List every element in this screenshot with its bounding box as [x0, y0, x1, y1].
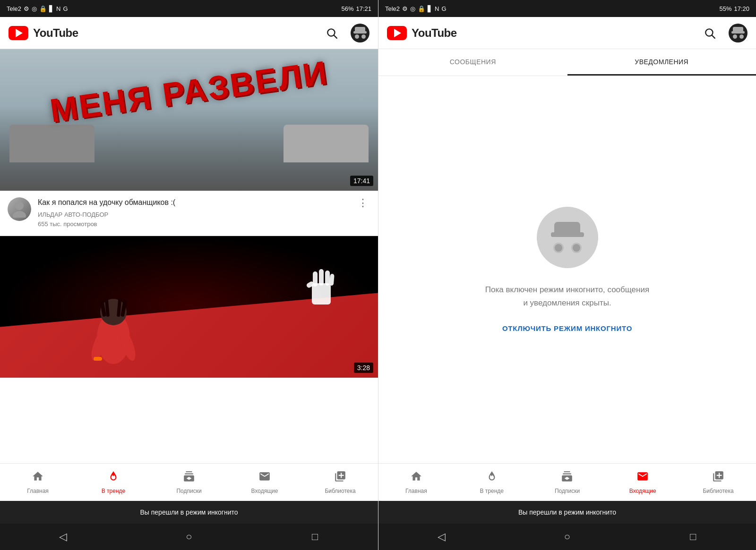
vpn-icon: 🔒: [39, 5, 47, 12]
search-icon-right: [704, 27, 716, 39]
search-button-right[interactable]: [700, 24, 719, 42]
home-button-right[interactable]: ○: [553, 527, 581, 546]
nav-home-left[interactable]: Главная: [0, 464, 76, 501]
signal-bars-right: ▋: [428, 5, 432, 12]
nav-trending-label-left: В тренде: [102, 488, 125, 494]
channel-avatar-1[interactable]: [8, 197, 31, 221]
incognito-avatar-icon: [355, 27, 366, 39]
recents-button-right[interactable]: □: [679, 527, 707, 546]
nav-library-right[interactable]: Библиотека: [680, 464, 756, 501]
big-incog-figure: [549, 219, 586, 256]
g-icon-right: G: [441, 5, 446, 12]
system-nav-right: ◁ ○ □: [378, 524, 756, 550]
carrier-left: Tele2: [7, 5, 21, 12]
trending-icon-right: [486, 470, 498, 485]
nav-trending-left[interactable]: В тренде: [76, 464, 151, 501]
incognito-toast-right: Вы перешли в режим инкогнито: [378, 501, 756, 524]
video-2-duration: 3:28: [354, 363, 373, 373]
big-eyes-container: [553, 243, 582, 253]
video-2-thumb[interactable]: 3:28: [0, 236, 378, 378]
nav-home-label-right: Главная: [405, 488, 427, 494]
video-1-text: Как я попался на удочку обманщиков :( ИЛ…: [38, 197, 349, 228]
bt-icon: ⚙: [24, 5, 29, 12]
nav-inbox-left[interactable]: Входящие: [227, 464, 302, 501]
figure-icon: [85, 291, 142, 366]
youtube-logo-icon-right[interactable]: [387, 26, 407, 40]
svg-line-1: [334, 35, 337, 38]
top-bar-right: YouTube: [378, 17, 756, 49]
video-1-image: МЕНЯ РАЗВЕЛИ: [0, 49, 378, 191]
content-scroll-left[interactable]: МЕНЯ РАЗВЕЛИ 17:41 Как я попался на удоч…: [0, 49, 378, 463]
nav-subs-label-left: Подписки: [176, 488, 201, 494]
subscriptions-icon-left: [183, 470, 195, 485]
skeleton-hand-icon: [302, 260, 340, 307]
svg-point-2: [15, 202, 24, 210]
wifi-icon: ◎: [32, 5, 37, 12]
bottom-nav-left: Главная В тренде Подписки Входящие Библи…: [0, 463, 378, 501]
svg-point-3: [13, 211, 26, 218]
account-button-left[interactable]: [351, 24, 369, 42]
carrier-right: Tele2: [385, 5, 400, 12]
right-panel: Tele2 ⚙ ◎ 🔒 ▋ N G 55% 17:20 YouTube: [378, 0, 756, 550]
content-bottom-padding: [0, 378, 378, 387]
home-icon-right: [410, 470, 422, 485]
subscriptions-icon-right: [561, 470, 573, 485]
big-hat-brim: [551, 232, 584, 237]
tab-notifications[interactable]: УВЕДОМЛЕНИЯ: [567, 49, 756, 76]
status-left-info: Tele2 ⚙ ◎ 🔒 ▋ N G: [7, 5, 68, 12]
figure-silhouette: [85, 291, 142, 368]
status-bar-left: Tele2 ⚙ ◎ 🔒 ▋ N G 56% 17:21: [0, 0, 378, 17]
nfc-icon: N: [56, 5, 60, 12]
tab-messages[interactable]: СООБЩЕНИЯ: [378, 49, 567, 76]
avatar-icon-1: [12, 201, 26, 218]
status-right-info-right: 55% 17:20: [719, 5, 749, 12]
incognito-message: Пока включен режим инкогнито, сообщения …: [482, 283, 653, 309]
nav-subs-label-right: Подписки: [555, 488, 580, 494]
incog-eye-left-right: [733, 34, 737, 39]
nav-library-label-right: Библиотека: [703, 488, 733, 494]
thumb2-bg: [0, 236, 378, 378]
library-icon-right: [712, 470, 724, 485]
bottom-nav-right: Главная В тренде Подписки Входящие Библи…: [378, 463, 756, 501]
back-button-right[interactable]: ◁: [427, 527, 455, 546]
left-panel: Tele2 ⚙ ◎ 🔒 ▋ N G 56% 17:21 YouTube: [0, 0, 378, 550]
more-button-1[interactable]: ⋮: [355, 197, 370, 212]
nav-library-left[interactable]: Библиотека: [302, 464, 378, 501]
video-1-title: Как я попался на удочку обманщиков :(: [38, 197, 349, 208]
home-button-left[interactable]: ○: [175, 527, 203, 546]
vpn-icon-right: 🔒: [418, 5, 425, 12]
video-1-info: Как я попался на удочку обманщиков :( ИЛ…: [0, 191, 378, 236]
nfc-icon-right: N: [435, 5, 439, 12]
status-left-info-right: Tele2 ⚙ ◎ 🔒 ▋ N G: [385, 5, 447, 12]
disable-incognito-button[interactable]: ОТКЛЮЧИТЬ РЕЖИМ ИНКОГНИТО: [502, 324, 632, 332]
play-triangle: [16, 29, 23, 37]
svg-rect-12: [94, 357, 102, 361]
inbox-icon-left: [258, 470, 271, 485]
nav-subscriptions-right[interactable]: Подписки: [530, 464, 605, 501]
recents-button-left[interactable]: □: [301, 527, 329, 546]
youtube-logo-icon[interactable]: [9, 26, 28, 40]
trending-icon-left: [107, 470, 120, 485]
incognito-avatar-icon-right: [733, 27, 744, 39]
svg-rect-16: [325, 271, 330, 286]
back-button-left[interactable]: ◁: [49, 527, 77, 546]
incognito-toast-text-right: Вы перешли в режим инкогнито: [518, 508, 616, 516]
video-1-duration: 17:41: [350, 176, 373, 186]
account-button-right[interactable]: [729, 24, 747, 42]
incognito-toast-text-left: Вы перешли в режим инкогнито: [140, 508, 238, 516]
nav-home-right[interactable]: Главная: [378, 464, 454, 501]
avatar-image-1: [8, 197, 31, 221]
library-icon-left: [334, 470, 346, 485]
battery-level-left: 56%: [341, 5, 353, 12]
search-button-left[interactable]: [322, 24, 341, 42]
nav-home-label-left: Главная: [27, 488, 49, 494]
time-left: 17:21: [356, 5, 371, 12]
nav-library-label-left: Библиотека: [325, 488, 355, 494]
g-icon: G: [63, 5, 68, 12]
nav-trending-right[interactable]: В тренде: [454, 464, 530, 501]
tabs-bar-right: СООБЩЕНИЯ УВЕДОМЛЕНИЯ: [378, 49, 756, 76]
nav-subscriptions-left[interactable]: Подписки: [151, 464, 227, 501]
video-1-thumb[interactable]: МЕНЯ РАЗВЕЛИ 17:41: [0, 49, 378, 191]
nav-inbox-right[interactable]: Входящие: [605, 464, 680, 501]
home-svg: [32, 470, 44, 482]
